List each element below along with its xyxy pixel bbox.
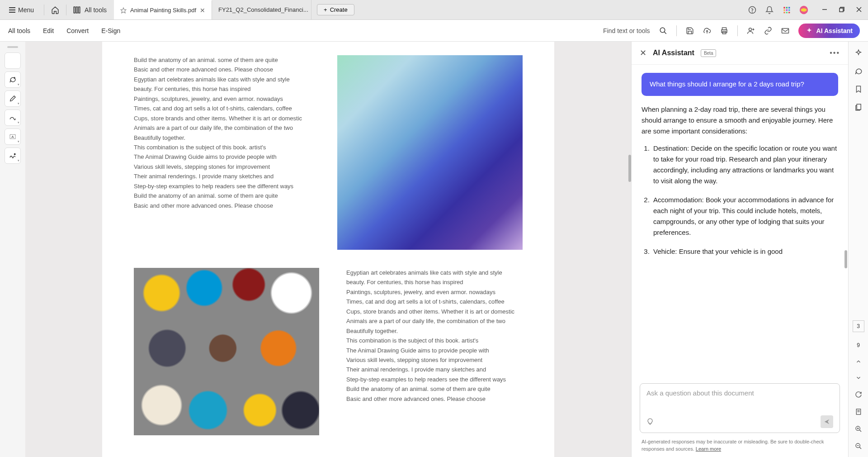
svg-rect-13: [786, 12, 788, 13]
text-line: The Animal Drawing Guide aims to provide…: [346, 346, 523, 355]
tab-active[interactable]: Animal Painting Skills.pdf ✕: [114, 0, 212, 19]
svg-rect-1: [76, 7, 78, 13]
apps-icon[interactable]: [782, 5, 791, 14]
text-line: Times, cat and dog art sells a lot of t-…: [134, 104, 310, 113]
zoom-out-icon[interactable]: [855, 443, 862, 450]
disclaimer-text: AI-generated responses may be inaccurate…: [642, 439, 824, 451]
beta-badge: Beta: [701, 49, 717, 57]
sparkle-icon[interactable]: [854, 49, 863, 57]
ai-header: ✕ AI Assistant Beta •••: [632, 42, 848, 65]
ai-disclaimer: AI-generated responses may be inaccurate…: [632, 436, 848, 457]
ai-input-box[interactable]: [640, 383, 840, 433]
text-line: Various skill levels, stepping stones fo…: [346, 355, 523, 365]
tool-menu: All tools Edit Convert E-Sign: [8, 27, 120, 34]
ai-assistant-panel: ✕ AI Assistant Beta ••• What things shou…: [631, 42, 848, 457]
svg-marker-3: [121, 8, 126, 13]
divider: [737, 25, 738, 36]
close-icon[interactable]: ✕: [200, 7, 205, 14]
grip-handle[interactable]: [7, 46, 18, 48]
tool-edit[interactable]: Edit: [43, 27, 54, 34]
svg-point-34: [14, 153, 15, 155]
create-button[interactable]: + Create: [317, 4, 354, 15]
tab-label: FY21_Q2_Consolidated_Financi...: [218, 6, 308, 13]
text-line: Build the anatomy of an animal. some of …: [134, 55, 310, 65]
zoom-in-icon[interactable]: [855, 425, 862, 433]
svg-rect-17: [840, 8, 843, 12]
document-area[interactable]: Build the anatomy of an animal. some of …: [25, 42, 631, 457]
text-line: Various skill levels, stepping stones fo…: [134, 162, 310, 171]
link-icon[interactable]: [764, 27, 772, 35]
left-tool-rail: ▾ ▾ ▾ A▾ ▾: [0, 42, 25, 457]
text-box-tool[interactable]: A▾: [5, 129, 21, 145]
share-user-icon[interactable]: [747, 27, 755, 35]
svg-point-26: [749, 28, 751, 31]
sign-tool[interactable]: ▾: [5, 148, 21, 164]
scrollbar-thumb[interactable]: [844, 250, 847, 268]
page-total: 9: [857, 342, 860, 348]
divider: [44, 5, 44, 15]
mail-icon[interactable]: [781, 27, 789, 35]
text-line: Their animal renderings. I provide many …: [134, 171, 310, 181]
create-label: Create: [330, 6, 348, 13]
text-line: Animals are a part of our daily life, th…: [134, 123, 310, 133]
search-icon[interactable]: [659, 27, 667, 35]
print-icon[interactable]: [720, 27, 728, 35]
svg-rect-14: [788, 12, 790, 13]
ai-title: AI Assistant: [653, 49, 694, 57]
chevron-down-icon[interactable]: [855, 375, 862, 381]
pages-icon[interactable]: [854, 103, 863, 111]
svg-line-21: [664, 32, 666, 34]
ai-intro: When planning a 2-day road trip, there a…: [642, 104, 838, 137]
text-line: Basic and other more advanced ones. Plea…: [134, 65, 310, 74]
bookmark-icon[interactable]: [854, 85, 863, 93]
svg-rect-7: [786, 7, 788, 8]
tool-convert[interactable]: Convert: [66, 27, 89, 34]
main: ▾ ▾ ▾ A▾ ▾ Build the anatomy of an anima…: [0, 42, 868, 457]
comment-panel-icon[interactable]: [854, 67, 863, 75]
chevron-up-icon[interactable]: [855, 358, 862, 365]
page-current[interactable]: 3: [853, 320, 864, 332]
minimize-icon[interactable]: [822, 7, 828, 13]
all-tools-nav[interactable]: All tools: [73, 6, 107, 14]
menu-button[interactable]: Menu: [5, 5, 38, 15]
more-icon[interactable]: •••: [830, 49, 840, 57]
lightbulb-icon[interactable]: [646, 418, 654, 425]
tool-esign[interactable]: E-Sign: [101, 27, 120, 34]
comment-tool[interactable]: ▾: [5, 71, 21, 88]
highlight-tool[interactable]: ▾: [5, 90, 21, 107]
svg-rect-6: [783, 7, 785, 8]
rotate-icon[interactable]: [855, 391, 862, 398]
tab-inactive[interactable]: FY21_Q2_Consolidated_Financi...: [212, 0, 311, 19]
send-button[interactable]: [821, 415, 833, 428]
text-line: Animals are a part of our daily life, th…: [346, 316, 523, 326]
cloud-upload-icon[interactable]: [703, 27, 711, 35]
close-icon[interactable]: [856, 7, 863, 13]
bell-icon[interactable]: [765, 5, 774, 14]
text-line: Paintings, sculptures, jewelry, and even…: [346, 287, 523, 297]
maximize-icon[interactable]: [839, 7, 845, 13]
ai-assistant-button[interactable]: AI Assistant: [798, 24, 860, 38]
ai-text-input[interactable]: [646, 389, 833, 397]
avatar-icon[interactable]: [799, 5, 808, 14]
text-line: beauty. For centuries, this horse has in…: [134, 84, 310, 94]
save-icon[interactable]: [686, 27, 694, 35]
svg-rect-10: [786, 9, 788, 10]
ai-point: Vehicle: Ensure that your vehicle is in …: [651, 246, 838, 257]
tool-all[interactable]: All tools: [8, 27, 30, 34]
home-icon[interactable]: [51, 5, 60, 14]
draw-tool[interactable]: ▾: [5, 109, 21, 126]
text-line: beauty. For centuries, this horse has in…: [346, 277, 523, 287]
ai-response: When planning a 2-day road trip, there a…: [642, 104, 838, 257]
window-controls: [822, 7, 863, 13]
svg-line-40: [859, 430, 861, 432]
text-line: Egyptian art celebrates animals like cat…: [134, 75, 310, 84]
text-block-1: Build the anatomy of an animal. some of …: [134, 55, 310, 250]
ai-btn-label: AI Assistant: [816, 27, 853, 34]
select-tool[interactable]: [5, 52, 21, 69]
image-watercolor: [337, 55, 523, 250]
close-icon[interactable]: ✕: [640, 48, 646, 58]
text-line: This combination is the subject of this …: [346, 336, 523, 345]
learn-more-link[interactable]: Learn more: [696, 446, 721, 452]
fit-page-icon[interactable]: [855, 408, 862, 415]
help-icon[interactable]: [748, 5, 757, 14]
